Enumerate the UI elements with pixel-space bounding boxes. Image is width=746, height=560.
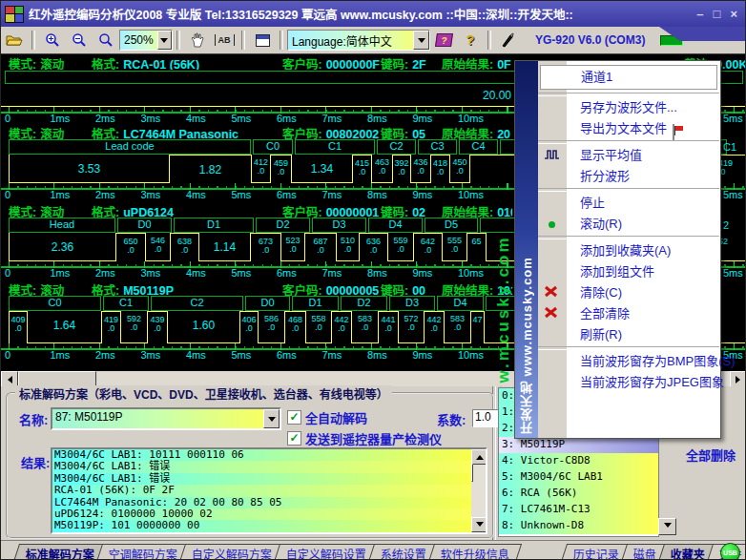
bit-header: D1 — [292, 296, 339, 311]
tab-历史记录[interactable]: 历史记录 — [561, 544, 632, 560]
favorites-item[interactable]: 7: LC7461M-C13 — [499, 502, 658, 518]
wave-segment: 415.0 — [352, 155, 371, 183]
info-mode-label: 模式: — [9, 58, 36, 70]
context-menu: 开发天地 www.mcusky.com 通道1另存为波形文件...导出为文本文件… — [514, 60, 721, 439]
scroll-up-button[interactable] — [471, 449, 487, 465]
axis-tick-label: 2ms — [95, 349, 115, 361]
info-mode-value: 滚动 — [40, 58, 64, 70]
info-format-value: uPD6124 — [123, 206, 174, 218]
bit-header: C0 — [9, 296, 101, 311]
favorites-item[interactable]: 5: M3004/6C LAB1 — [499, 469, 658, 486]
segment-duration: 47 — [471, 316, 484, 324]
menu-item[interactable]: 通道1 — [540, 65, 717, 90]
zoom-in-button[interactable] — [40, 30, 65, 51]
favorites-dropdown-button[interactable] — [658, 518, 676, 535]
result-row[interactable]: M50119P: 101 0000000 00 — [52, 520, 486, 531]
info-key: 键码:02 — [381, 202, 425, 218]
magnifier-button[interactable] — [93, 30, 118, 51]
close-button[interactable]: × — [730, 8, 737, 21]
decode-results-list[interactable]: M3004/6C LAB1: 10111 000110 06M3004/6C L… — [51, 447, 487, 534]
menu-item[interactable]: 另存为波形文件... — [538, 97, 720, 118]
menu-item[interactable]: 折分波形 — [538, 166, 720, 187]
axis-tick-label: 2ms — [95, 189, 115, 200]
segment-duration: 1.82 — [170, 163, 251, 176]
bit-header: D1 — [174, 218, 254, 233]
measure-ab-button[interactable]: AB — [212, 30, 237, 51]
pan-hand-button[interactable] — [185, 30, 210, 51]
info-key-label: 键码: — [381, 284, 408, 296]
menu-item[interactable]: 刷新(R) — [538, 324, 720, 345]
language-select[interactable]: Language:简体中文 — [287, 30, 430, 51]
axis-tick-label: 0 — [5, 189, 10, 200]
tab-自定义解码设置[interactable]: 自定义解码设置 — [274, 544, 379, 560]
axis-tick-label: 2ms — [95, 113, 115, 123]
menu-item[interactable]: 导出为文本文件 — [538, 118, 720, 139]
menu-item[interactable]: 停止 — [538, 193, 720, 214]
axis-tick-label: 6ms — [277, 113, 297, 123]
favorites-item[interactable]: 6: RCA (56K) — [499, 486, 658, 502]
maximize-button[interactable]: □ — [714, 8, 721, 21]
send-to-tester-checkbox[interactable]: ✓ 发送到遥控器量产检测仪 — [287, 429, 442, 447]
result-row[interactable]: M3004/6C LAB1: 错误 — [52, 461, 486, 472]
scroll-down-button[interactable] — [471, 517, 487, 532]
scrollbar-thumb[interactable] — [18, 371, 96, 386]
menu-item[interactable]: 清除(C) — [538, 282, 720, 303]
auto-decode-checkbox[interactable]: ✓ 全自动解码 — [287, 408, 367, 426]
favorites-item[interactable]: 3: M50119P — [499, 437, 658, 453]
segment-duration: 436.0 — [411, 158, 430, 176]
help-book-button[interactable]: ? — [431, 30, 456, 51]
window-view-button[interactable] — [250, 30, 275, 51]
open-folder-icon — [6, 33, 23, 47]
open-file-button[interactable] — [2, 30, 27, 51]
window-icon — [256, 34, 270, 47]
tab-系统设置[interactable]: 系统设置 — [368, 544, 439, 560]
question-mark-icon: ? — [466, 32, 475, 48]
delete-all-button[interactable]: 全部删除 — [686, 446, 736, 464]
wave-segment: 436.0 — [410, 155, 430, 183]
info-mode-value: 滚动 — [40, 206, 64, 218]
scroll-right-button[interactable] — [730, 371, 746, 386]
axis-tick-label: 4ms — [186, 267, 206, 279]
axis-tick-label: 4ms — [186, 189, 206, 200]
minimize-button[interactable]: – — [696, 8, 703, 21]
flag-icon — [673, 124, 674, 140]
tab-label: 收藏夹 — [671, 546, 705, 560]
scroll-left-button[interactable] — [1, 371, 18, 386]
zoom-out-button[interactable] — [67, 30, 92, 51]
info-result-label: 原始结果: — [442, 284, 493, 296]
tab-空调解码方案[interactable]: 空调解码方案 — [96, 544, 190, 560]
scheme-dropdown-button[interactable] — [263, 409, 280, 428]
info-customer-label: 客户码: — [282, 128, 322, 139]
square-wave-icon — [544, 148, 560, 163]
axis-tick-label: 1ms — [51, 267, 71, 279]
menu-item[interactable]: 滚动(R) — [538, 214, 720, 235]
language-dropdown-button[interactable] — [413, 31, 429, 50]
menu-item[interactable]: 添加到收藏夹(A) — [538, 240, 720, 261]
info-key-label: 键码: — [381, 206, 408, 218]
tab-自定义解码方案[interactable]: 自定义解码方案 — [179, 544, 284, 560]
favorites-item[interactable]: 4: Victor-C8D8 — [499, 453, 658, 469]
tab-软件升级信息[interactable]: 软件升级信息 — [428, 544, 522, 560]
tool-knife-button[interactable] — [496, 30, 521, 51]
wave-segment: 392.0 — [392, 155, 410, 183]
tab-标准解码方案[interactable]: 标准解码方案 — [13, 544, 107, 560]
result-row[interactable]: RCA-01 (56K): 0F 2F — [52, 485, 486, 496]
scrollbar-thumb[interactable] — [471, 464, 473, 482]
menu-item[interactable]: 显示平均值 — [538, 145, 720, 166]
menu-item[interactable]: 当前波形窗存为JPEG图象 — [538, 372, 720, 393]
info-customer: 客户码:00802002 — [282, 124, 379, 139]
menu-separator — [538, 140, 719, 144]
segment-duration: 1.64 — [28, 319, 101, 332]
menu-item[interactable]: 当前波形窗存为BMP图象(S) — [538, 351, 720, 372]
menu-item[interactable]: 全部清除 — [538, 303, 720, 324]
axis-tick-label: 10ms — [458, 267, 484, 279]
menu-item[interactable]: 添加到组文件 — [538, 261, 720, 282]
zoom-level-dropdown-button[interactable] — [157, 31, 172, 50]
scheme-select[interactable]: 87: M50119P — [51, 407, 281, 430]
favorites-item[interactable]: 8: Unknown-D8 — [499, 518, 658, 534]
wave-segment: 673.0 — [250, 233, 280, 261]
zoom-level-select[interactable]: 250% — [119, 30, 173, 51]
results-vertical-scrollbar[interactable] — [471, 449, 486, 532]
about-button[interactable]: ? — [458, 30, 483, 51]
axis-tick-label: 5ms — [232, 349, 252, 361]
